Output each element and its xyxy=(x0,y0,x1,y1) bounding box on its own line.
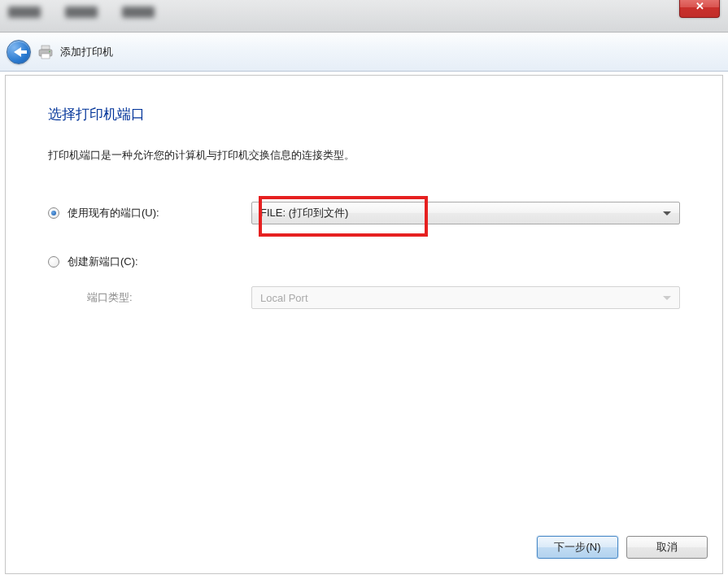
page-heading: 选择打印机端口 xyxy=(48,105,680,124)
radio-label-use-existing: 使用现有的端口(U): xyxy=(68,206,159,220)
chevron-down-icon xyxy=(663,296,671,300)
radio-label-create-new: 创建新端口(C): xyxy=(68,255,138,269)
back-button[interactable] xyxy=(7,40,31,64)
port-type-row: 端口类型: Local Port xyxy=(48,283,680,312)
svg-point-3 xyxy=(49,50,50,52)
select-value: FILE: (打印到文件) xyxy=(260,206,348,220)
radio-icon xyxy=(48,256,59,268)
radio-icon xyxy=(48,207,59,219)
printer-icon xyxy=(37,45,54,59)
wizard-title: 添加打印机 xyxy=(60,45,113,59)
background-window-menu xyxy=(8,7,252,23)
port-type-select: Local Port xyxy=(251,286,680,309)
existing-port-select[interactable]: FILE: (打印到文件) xyxy=(251,202,680,224)
svg-rect-2 xyxy=(41,54,50,59)
port-type-label: 端口类型: xyxy=(87,290,251,305)
wizard-header: 添加打印机 xyxy=(0,33,728,72)
wizard-window: ✕ 添加打印机 选择打印机端口 打印机端口是一种允许您的计算机与打印机交换信息的… xyxy=(0,0,728,579)
radio-create-new[interactable]: 创建新端口(C): xyxy=(48,255,251,269)
page-description: 打印机端口是一种允许您的计算机与打印机交换信息的连接类型。 xyxy=(48,148,680,163)
arrow-left-icon xyxy=(14,47,21,57)
content-outer: 选择打印机端口 打印机端口是一种允许您的计算机与打印机交换信息的连接类型。 使用… xyxy=(0,72,728,579)
select-value: Local Port xyxy=(260,292,308,304)
svg-rect-0 xyxy=(41,46,50,50)
radio-use-existing[interactable]: 使用现有的端口(U): xyxy=(48,206,251,220)
wizard-content: 选择打印机端口 打印机端口是一种允许您的计算机与打印机交换信息的连接类型。 使用… xyxy=(5,75,723,574)
next-button[interactable]: 下一步(N) xyxy=(537,536,618,559)
os-titlebar-area: ✕ xyxy=(0,0,728,33)
close-button[interactable]: ✕ xyxy=(679,0,720,18)
chevron-down-icon xyxy=(663,211,671,215)
cancel-button[interactable]: 取消 xyxy=(626,536,708,559)
option-create-new-port: 创建新端口(C): xyxy=(48,247,680,276)
button-row: 下一步(N) 取消 xyxy=(537,536,708,559)
option-use-existing-port: 使用现有的端口(U): FILE: (打印到文件) xyxy=(48,198,680,228)
